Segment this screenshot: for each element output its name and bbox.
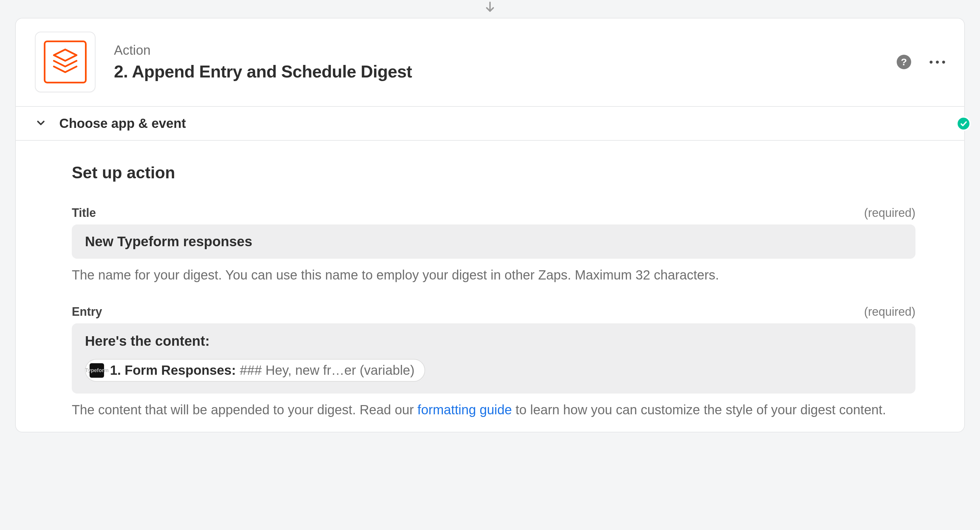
typeform-app-icon: Typeform bbox=[89, 363, 104, 378]
entry-help-text: The content that will be appended to you… bbox=[72, 401, 915, 418]
entry-variable-pill[interactable]: Typeform 1. Form Responses: ### Hey, new… bbox=[85, 359, 425, 382]
title-input[interactable]: New Typeform responses bbox=[72, 225, 915, 259]
section-choose-app-event[interactable]: Choose app & event bbox=[16, 106, 964, 141]
setup-action-body: Set up action Title (required) New Typef… bbox=[16, 141, 964, 432]
title-field-label: Title bbox=[72, 206, 96, 220]
title-input-value: New Typeform responses bbox=[85, 234, 252, 249]
more-menu-icon[interactable] bbox=[930, 61, 945, 64]
pill-preview-text: ### Hey, new fr…er (variable) bbox=[240, 363, 415, 378]
section-complete-check-icon bbox=[956, 117, 971, 131]
digest-app-icon bbox=[44, 40, 87, 83]
entry-lead-text: Here's the content: bbox=[85, 333, 902, 349]
action-header: Action 2. Append Entry and Schedule Dige… bbox=[16, 18, 964, 106]
formatting-guide-link[interactable]: formatting guide bbox=[418, 402, 512, 417]
app-icon-container bbox=[35, 32, 95, 92]
section-label: Choose app & event bbox=[59, 116, 186, 131]
entry-required-indicator: (required) bbox=[864, 305, 915, 319]
action-title[interactable]: 2. Append Entry and Schedule Digest bbox=[114, 62, 897, 81]
pill-step-label: 1. Form Responses: bbox=[110, 363, 236, 378]
flow-arrow-down-icon bbox=[484, 1, 496, 15]
svg-marker-1 bbox=[54, 49, 77, 61]
entry-field-label: Entry bbox=[72, 305, 102, 319]
title-help-text: The name for your digest. You can use th… bbox=[72, 266, 915, 284]
entry-help-text-1: The content that will be appended to you… bbox=[72, 402, 418, 417]
help-icon[interactable]: ? bbox=[897, 55, 911, 69]
action-step-card: Action 2. Append Entry and Schedule Dige… bbox=[15, 18, 965, 433]
entry-help-text-2: to learn how you can customize the style… bbox=[512, 402, 886, 417]
setup-action-heading: Set up action bbox=[72, 163, 915, 182]
title-required-indicator: (required) bbox=[864, 206, 915, 220]
chevron-down-icon bbox=[35, 117, 47, 130]
action-kicker: Action bbox=[114, 43, 897, 57]
entry-input[interactable]: Here's the content: Typeform 1. Form Res… bbox=[72, 323, 915, 394]
